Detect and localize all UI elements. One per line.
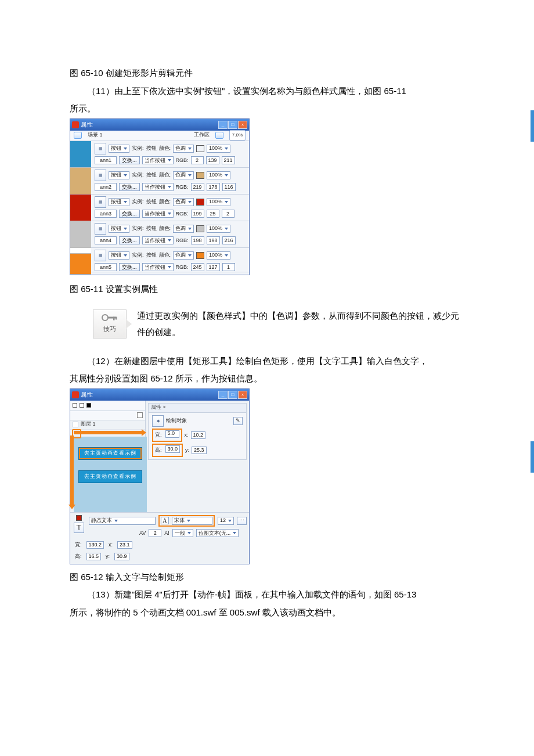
y-label: y: <box>106 552 110 561</box>
color-mode-select[interactable]: 色调 <box>173 225 194 233</box>
svg-point-0 <box>102 315 108 321</box>
color-mode-select[interactable]: 色调 <box>173 251 194 260</box>
callout-arrow-icon <box>70 435 74 505</box>
letter-spacing-label: AV <box>139 528 146 538</box>
tint-percent-select[interactable]: 100% <box>207 198 230 206</box>
figure-caption: 图 65-12 输入文字与绘制矩形 <box>70 569 464 586</box>
swap-button[interactable]: 交换... <box>119 263 140 271</box>
tint-chip[interactable] <box>196 145 204 152</box>
figure-caption: 图 65-11 设置实例属性 <box>70 281 464 298</box>
x-input[interactable]: 23.1 <box>117 541 132 549</box>
anti-alias-select[interactable]: 位图文本(无... <box>196 529 239 537</box>
width-input[interactable]: 5.0 <box>165 430 179 438</box>
track-as-select[interactable]: 当作按钮 <box>142 183 174 191</box>
body-text: 所示，将制作的 5 个动画文档 001.swf 至 005.swf 载入该动画文… <box>70 604 464 621</box>
b-input[interactable]: 116 <box>222 183 236 191</box>
workarea-icon[interactable] <box>215 132 223 139</box>
highlight-box: A 宋体 <box>158 515 215 527</box>
b-input[interactable]: 2 <box>222 210 234 218</box>
eye-icon[interactable] <box>73 403 77 408</box>
y-input[interactable]: 25.3 <box>192 447 207 454</box>
swap-button[interactable]: 交换... <box>119 183 140 191</box>
minimize-button[interactable]: _ <box>218 391 228 399</box>
timeline-header <box>70 411 145 420</box>
scene-label[interactable]: 场景 1 <box>88 130 103 140</box>
edit-icon[interactable]: ✎ <box>233 417 243 425</box>
maximize-button[interactable]: □ <box>228 121 237 129</box>
swatch-white <box>70 248 91 254</box>
tint-percent-select[interactable]: 100% <box>207 171 230 179</box>
r-input[interactable]: 219 <box>191 183 204 191</box>
outline-icon[interactable] <box>86 403 91 408</box>
color-mode-select[interactable]: 色调 <box>173 145 194 153</box>
tint-chip[interactable] <box>196 252 204 259</box>
close-button[interactable]: × <box>238 391 247 399</box>
color-mode-select[interactable]: 色调 <box>173 198 194 206</box>
g-input[interactable]: 139 <box>206 156 219 164</box>
tint-chip[interactable] <box>196 199 204 206</box>
instance-name-input[interactable]: ann5 <box>95 263 117 271</box>
tint-chip[interactable] <box>196 172 204 179</box>
swap-button[interactable]: 交换... <box>119 236 140 244</box>
r-input[interactable]: 245 <box>191 263 204 271</box>
symbol-type-select[interactable]: 按钮 <box>109 198 129 206</box>
b-input[interactable]: 216 <box>222 236 236 244</box>
tint-percent-select[interactable]: 100% <box>207 225 230 233</box>
b-input[interactable]: 211 <box>222 156 235 164</box>
text-kind-select[interactable]: 静态文本 <box>89 517 156 525</box>
svg-rect-3 <box>116 317 117 320</box>
tint-percent-select[interactable]: 100% <box>207 145 230 153</box>
r-input[interactable]: 199 <box>191 210 204 218</box>
symbol-type-select[interactable]: 按钮 <box>109 251 129 260</box>
tip-text: 通过更改实例的【颜色样式】中的【色调】参数，从而得到不同颜色的按钮，减少元件的创… <box>137 308 464 340</box>
symbol-type-select[interactable]: 按钮 <box>109 171 129 179</box>
tint-chip[interactable] <box>196 225 204 232</box>
text-options-icon[interactable]: ⋯ <box>237 517 247 525</box>
maximize-button[interactable]: □ <box>228 391 237 399</box>
height-input[interactable]: 16.5 <box>86 553 102 560</box>
minimize-button[interactable]: _ <box>218 121 228 129</box>
tip-callout: 技巧 通过更改实例的【颜色样式】中的【色调】参数，从而得到不同颜色的按钮，减少元… <box>93 308 464 340</box>
layer-row[interactable]: 图层 1 <box>70 420 145 430</box>
y-input[interactable]: 30.9 <box>114 553 129 560</box>
width-label: 宽: <box>155 430 162 440</box>
color-mode-select[interactable]: 色调 <box>173 171 194 179</box>
g-input[interactable]: 25 <box>207 210 219 218</box>
close-button[interactable]: × <box>238 121 247 129</box>
swap-button[interactable]: 交换... <box>119 210 140 218</box>
font-select[interactable]: 宋体 <box>172 517 212 525</box>
panel-tab[interactable]: 属性 × <box>149 404 246 413</box>
instance-name-input[interactable]: ann3 <box>95 210 117 218</box>
workarea-label[interactable]: 工作区 <box>194 130 210 140</box>
symbol-type-select[interactable]: 按钮 <box>109 145 129 153</box>
height-input[interactable]: 30.0 <box>165 445 181 453</box>
b-input[interactable]: 1 <box>222 263 235 271</box>
track-as-select[interactable]: 当作按钮 <box>142 156 174 164</box>
instance-name-input[interactable]: ann2 <box>95 183 117 191</box>
callout-arrow-icon <box>74 431 142 434</box>
track-as-select[interactable]: 当作按钮 <box>142 236 174 244</box>
swap-button[interactable]: 交换... <box>119 156 140 164</box>
g-input[interactable]: 198 <box>207 236 220 244</box>
r-input[interactable]: 198 <box>191 236 204 244</box>
symbol-type-select[interactable]: 按钮 <box>109 225 129 233</box>
text-tool-icon: T <box>74 523 84 533</box>
layer-color-icon <box>73 422 78 427</box>
letter-spacing-input[interactable]: 2 <box>149 529 161 537</box>
lock-icon[interactable] <box>80 403 84 408</box>
swatch-column <box>70 141 91 275</box>
g-input[interactable]: 178 <box>207 183 220 191</box>
kerning-select[interactable]: 一般 <box>172 529 193 537</box>
track-as-select[interactable]: 当作按钮 <box>142 263 174 271</box>
g-input[interactable]: 127 <box>207 263 220 271</box>
highlight-box: 高: 30.0 <box>152 444 183 457</box>
instance-name-input[interactable]: ann1 <box>95 156 117 164</box>
tint-percent-select[interactable]: 100% <box>207 251 230 260</box>
instance-name-input[interactable]: ann4 <box>95 236 117 244</box>
r-input[interactable]: 2 <box>191 156 204 164</box>
width-input[interactable]: 130.2 <box>86 541 104 549</box>
font-size-select[interactable]: 12 <box>218 517 234 525</box>
zoom-select[interactable]: 7.0% <box>229 130 246 140</box>
x-input[interactable]: 10.2 <box>191 431 206 439</box>
track-as-select[interactable]: 当作按钮 <box>142 210 174 218</box>
